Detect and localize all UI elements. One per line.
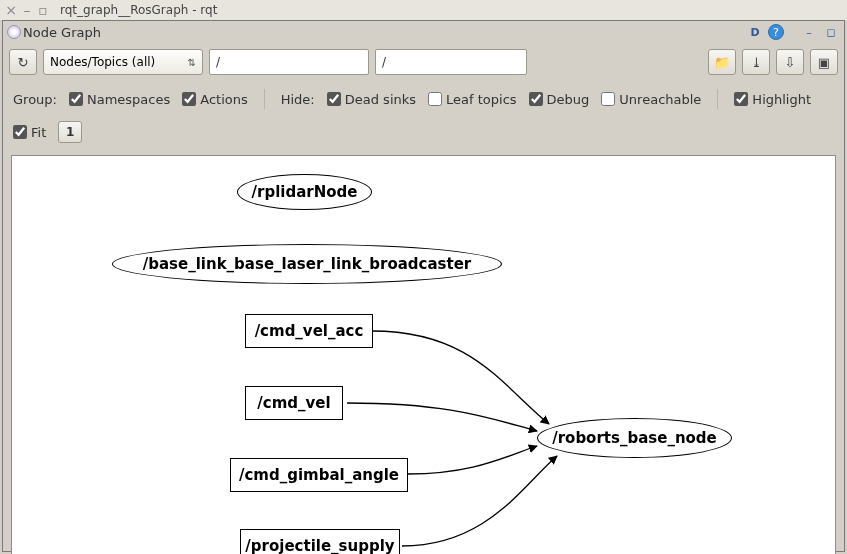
node-label: /cmd_vel_acc	[255, 322, 364, 340]
node-projectile-supply[interactable]: /projectile_supply	[240, 529, 400, 554]
folder-icon: 📁	[714, 55, 730, 70]
reload-icon: ↻	[18, 55, 29, 70]
separator	[717, 89, 718, 109]
image-icon: ▣	[818, 55, 830, 70]
namespaces-check-input[interactable]	[69, 92, 83, 106]
debug-check-input[interactable]	[529, 92, 543, 106]
namespaces-checkbox[interactable]: Namespaces	[69, 92, 170, 107]
unreachable-checkbox[interactable]: Unreachable	[601, 92, 701, 107]
node-rplidar[interactable]: /rplidarNode	[237, 174, 372, 210]
dock-button[interactable]: D	[746, 24, 764, 40]
actions-check-input[interactable]	[182, 92, 196, 106]
debug-check-label: Debug	[547, 92, 590, 107]
actions-check-label: Actions	[200, 92, 248, 107]
image-button[interactable]: ▣	[810, 49, 838, 75]
filter-row: Group: Namespaces Actions Hide: Dead sin…	[3, 81, 844, 155]
node-label: /roborts_base_node	[552, 429, 717, 447]
download-icon: ⇩	[785, 55, 796, 70]
depth-button[interactable]: 1	[58, 121, 82, 143]
export-button[interactable]: ⇩	[776, 49, 804, 75]
reload-button[interactable]: ↻	[9, 49, 37, 75]
topic-filter-input[interactable]: /	[375, 49, 527, 75]
filter-mode-value: Nodes/Topics (all)	[50, 55, 155, 69]
node-label: /base_link_base_laser_link_broadcaster	[143, 255, 472, 273]
node-cmd-vel-acc[interactable]: /cmd_vel_acc	[245, 314, 373, 348]
deadsinks-checkbox[interactable]: Dead sinks	[327, 92, 416, 107]
deadsinks-check-input[interactable]	[327, 92, 341, 106]
close-icon[interactable]: ×	[4, 3, 18, 17]
node-label: /cmd_vel	[257, 394, 330, 412]
namespace-filter-input[interactable]: /	[209, 49, 369, 75]
highlight-checkbox[interactable]: Highlight	[734, 92, 811, 107]
minimize-icon[interactable]: –	[20, 3, 34, 17]
topic-filter-value: /	[382, 55, 386, 69]
leaftopics-check-input[interactable]	[428, 92, 442, 106]
panel-minimize-button[interactable]: –	[800, 24, 818, 40]
fit-check-label: Fit	[31, 125, 46, 140]
namespace-filter-value: /	[216, 55, 220, 69]
node-label: /rplidarNode	[252, 183, 358, 201]
node-broadcaster[interactable]: /base_link_base_laser_link_broadcaster	[112, 244, 502, 284]
panel-header: Node Graph D ? – ◻	[3, 21, 844, 43]
save-icon: ⤓	[751, 55, 762, 70]
chevron-updown-icon: ⇅	[188, 57, 196, 68]
leaftopics-checkbox[interactable]: Leaf topics	[428, 92, 517, 107]
highlight-check-input[interactable]	[734, 92, 748, 106]
actions-checkbox[interactable]: Actions	[182, 92, 248, 107]
highlight-check-label: Highlight	[752, 92, 811, 107]
panel-title: Node Graph	[23, 25, 101, 40]
separator	[264, 89, 265, 109]
node-roborts-base[interactable]: /roborts_base_node	[537, 418, 732, 458]
unreachable-check-label: Unreachable	[619, 92, 701, 107]
node-cmd-vel[interactable]: /cmd_vel	[245, 386, 343, 420]
unreachable-check-input[interactable]	[601, 92, 615, 106]
maximize-icon[interactable]: ▫	[36, 3, 50, 17]
namespaces-check-label: Namespaces	[87, 92, 170, 107]
app-frame: Node Graph D ? – ◻ ↻ Nodes/Topics (all) …	[2, 20, 845, 552]
leaftopics-check-label: Leaf topics	[446, 92, 517, 107]
graph-canvas[interactable]: /rplidarNode /base_link_base_laser_link_…	[11, 155, 836, 554]
debug-checkbox[interactable]: Debug	[529, 92, 590, 107]
panel-float-button[interactable]: ◻	[822, 24, 840, 40]
fit-checkbox[interactable]: Fit	[13, 125, 46, 140]
fit-check-input[interactable]	[13, 125, 27, 139]
toolbar: ↻ Nodes/Topics (all) ⇅ / / 📁 ⤓ ⇩ ▣	[3, 43, 844, 81]
hide-label: Hide:	[281, 92, 315, 107]
group-label: Group:	[13, 92, 57, 107]
node-label: /projectile_supply	[245, 537, 394, 554]
help-icon[interactable]: ?	[768, 24, 784, 40]
open-button[interactable]: 📁	[708, 49, 736, 75]
window-titlebar: × – ▫ rqt_graph__RosGraph - rqt	[0, 0, 847, 20]
save-button[interactable]: ⤓	[742, 49, 770, 75]
depth-value: 1	[66, 125, 74, 139]
panel-icon	[7, 25, 21, 39]
window-title: rqt_graph__RosGraph - rqt	[60, 3, 217, 17]
deadsinks-check-label: Dead sinks	[345, 92, 416, 107]
node-cmd-gimbal-angle[interactable]: /cmd_gimbal_angle	[230, 458, 408, 492]
filter-mode-select[interactable]: Nodes/Topics (all) ⇅	[43, 49, 203, 75]
graph-edges	[12, 156, 835, 554]
node-label: /cmd_gimbal_angle	[239, 466, 399, 484]
